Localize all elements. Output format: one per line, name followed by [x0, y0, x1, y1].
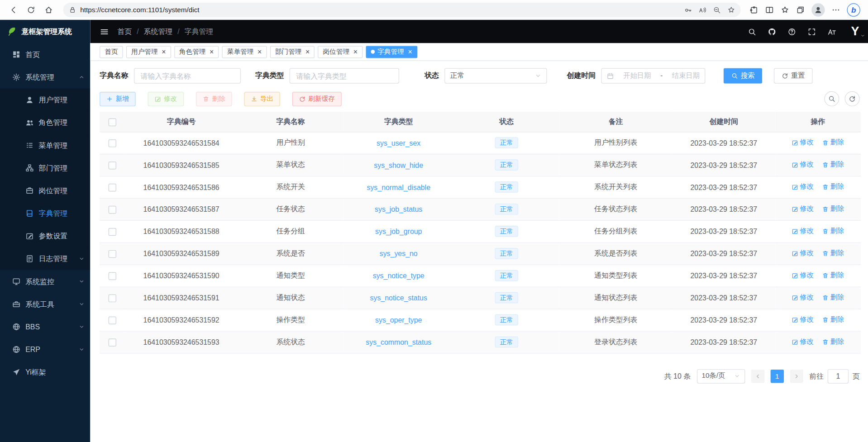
sidebar-item[interactable]: 字典管理 — [0, 202, 90, 224]
browser-refresh-icon[interactable] — [23, 2, 38, 17]
dict-type-link[interactable]: sys_normal_disable — [367, 183, 430, 191]
row-edit-button[interactable]: 修改 — [792, 249, 814, 258]
close-tab-icon[interactable] — [305, 48, 310, 56]
sidebar-item[interactable]: 日志管理 — [0, 247, 90, 270]
read-aloud-icon[interactable] — [699, 6, 706, 14]
page-tab[interactable]: 部门管理 — [270, 46, 315, 58]
status-select[interactable]: 正常 — [444, 68, 547, 83]
close-tab-icon[interactable] — [408, 48, 412, 56]
sidebar-item[interactable]: 角色管理 — [0, 111, 90, 134]
user-logo[interactable]: Y — [851, 24, 858, 39]
row-delete-button[interactable]: 删除 — [822, 227, 844, 236]
row-edit-button[interactable]: 修改 — [792, 204, 814, 214]
password-manager-icon[interactable] — [684, 6, 692, 14]
fullscreen-icon[interactable] — [808, 28, 816, 36]
row-delete-button[interactable]: 删除 — [822, 204, 844, 214]
close-tab-icon[interactable] — [258, 48, 262, 56]
browser-back-icon[interactable] — [5, 2, 21, 17]
sidebar-item[interactable]: 系统管理 — [0, 66, 90, 89]
sidebar-item[interactable]: 系统工具 — [0, 293, 90, 315]
split-screen-icon[interactable] — [765, 5, 774, 14]
header-search-icon[interactable] — [748, 28, 756, 36]
row-delete-button[interactable]: 删除 — [822, 337, 844, 347]
row-edit-button[interactable]: 修改 — [792, 293, 814, 302]
row-delete-button[interactable]: 删除 — [822, 160, 844, 170]
dict-type-link[interactable]: sys_oper_type — [375, 316, 422, 324]
sidebar-item[interactable]: 菜单管理 — [0, 134, 90, 157]
toggle-search-icon[interactable] — [824, 91, 839, 106]
row-delete-button[interactable]: 删除 — [822, 249, 844, 258]
end-date-placeholder[interactable]: 结束日期 — [672, 71, 700, 81]
close-tab-icon[interactable] — [162, 48, 166, 56]
sidebar-item[interactable]: 用户管理 — [0, 89, 90, 111]
row-delete-button[interactable]: 删除 — [822, 293, 844, 302]
row-edit-button[interactable]: 修改 — [792, 182, 814, 192]
row-edit-button[interactable]: 修改 — [792, 315, 814, 324]
close-tab-icon[interactable] — [353, 48, 358, 56]
copilot-icon[interactable]: b — [847, 3, 860, 16]
page-tab[interactable]: 岗位管理 — [318, 46, 363, 58]
sidebar-toggle-icon[interactable] — [100, 27, 109, 36]
page-tab[interactable]: 用户管理 — [126, 46, 171, 58]
row-edit-button[interactable]: 修改 — [792, 271, 814, 280]
page-number-input[interactable] — [828, 369, 849, 383]
row-checkbox[interactable] — [108, 272, 116, 280]
page-tab[interactable]: 字典管理 — [366, 46, 417, 58]
sidebar-item[interactable]: 首页 — [0, 43, 90, 66]
dict-type-link[interactable]: sys_job_status — [375, 205, 422, 213]
add-favorite-icon[interactable] — [727, 6, 735, 14]
start-date-placeholder[interactable]: 开始日期 — [623, 71, 651, 81]
dict-type-link[interactable]: sys_common_status — [366, 338, 431, 346]
breadcrumb-item[interactable]: 字典管理 — [185, 27, 214, 37]
page-tab[interactable]: 首页 — [100, 46, 123, 58]
refresh-cache-button[interactable]: 刷新缓存 — [292, 91, 342, 106]
extensions-icon[interactable] — [749, 5, 758, 14]
sidebar-item[interactable]: 岗位管理 — [0, 179, 90, 202]
zoom-icon[interactable] — [713, 6, 720, 14]
reset-button[interactable]: 重置 — [774, 68, 813, 83]
row-checkbox[interactable] — [108, 338, 116, 346]
close-tab-icon[interactable] — [210, 48, 214, 56]
row-checkbox[interactable] — [108, 162, 116, 169]
date-range-picker[interactable]: 开始日期 - 结束日期 — [601, 68, 705, 83]
favorites-icon[interactable] — [781, 5, 790, 14]
dict-type-link[interactable]: sys_show_hide — [374, 161, 423, 169]
dict-type-link[interactable]: sys_job_group — [375, 227, 422, 235]
edit-button[interactable]: 修改 — [148, 91, 184, 106]
dict-name-input[interactable] — [139, 71, 235, 81]
breadcrumb-item[interactable]: 首页 — [117, 27, 143, 37]
sidebar-item[interactable]: ERP — [0, 338, 90, 361]
profile-avatar[interactable] — [811, 3, 825, 16]
page-tab[interactable]: 角色管理 — [174, 46, 219, 58]
row-delete-button[interactable]: 删除 — [822, 138, 844, 147]
browser-home-icon[interactable] — [41, 2, 57, 17]
help-icon[interactable] — [788, 28, 796, 36]
row-checkbox[interactable] — [108, 316, 116, 324]
sidebar-item[interactable]: 部门管理 — [0, 157, 90, 179]
breadcrumb-item[interactable]: 系统管理 — [144, 27, 185, 37]
sidebar-item[interactable]: 参数设置 — [0, 225, 90, 247]
row-edit-button[interactable]: 修改 — [792, 138, 814, 147]
delete-button[interactable]: 删除 — [196, 91, 232, 106]
row-edit-button[interactable]: 修改 — [792, 227, 814, 236]
row-checkbox[interactable] — [108, 294, 116, 302]
refresh-table-icon[interactable] — [845, 91, 860, 106]
next-page-button[interactable] — [790, 369, 803, 382]
row-edit-button[interactable]: 修改 — [792, 337, 814, 347]
collections-icon[interactable] — [796, 5, 805, 14]
row-checkbox[interactable] — [108, 139, 116, 147]
row-checkbox[interactable] — [108, 206, 116, 214]
github-icon[interactable] — [768, 28, 776, 36]
url-text[interactable]: https://ccnetcore.com:1101/system/dict — [80, 6, 680, 14]
select-all-checkbox[interactable] — [108, 118, 116, 126]
prev-page-button[interactable] — [751, 369, 764, 382]
sidebar-item[interactable]: Yi框架 — [0, 361, 90, 384]
row-delete-button[interactable]: 删除 — [822, 315, 844, 324]
current-page-button[interactable]: 1 — [771, 369, 784, 382]
dict-type-link[interactable]: sys_notice_status — [370, 294, 427, 302]
row-delete-button[interactable]: 删除 — [822, 271, 844, 280]
dict-type-link[interactable]: sys_yes_no — [380, 249, 418, 257]
search-button[interactable]: 搜索 — [724, 68, 763, 83]
row-checkbox[interactable] — [108, 228, 116, 236]
page-size-select[interactable]: 10条/页 — [697, 369, 745, 383]
